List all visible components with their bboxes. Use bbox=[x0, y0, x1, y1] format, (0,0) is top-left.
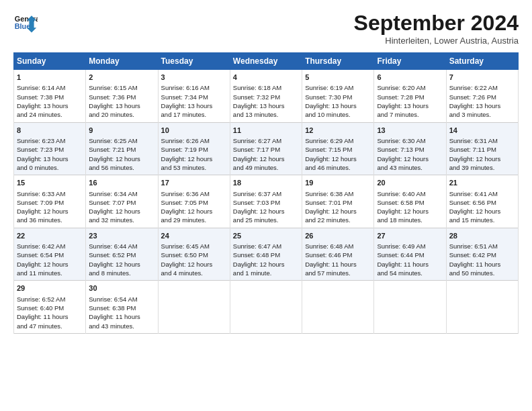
table-row: 21Sunrise: 6:41 AMSunset: 6:56 PMDayligh… bbox=[446, 175, 518, 228]
logo: General Blue bbox=[13, 11, 38, 35]
day-info: Sunset: 7:21 PM bbox=[89, 145, 154, 154]
col-thursday: Thursday bbox=[302, 53, 374, 70]
day-info: Sunrise: 6:23 AM bbox=[17, 136, 83, 145]
day-info: Sunrise: 6:16 AM bbox=[161, 83, 227, 92]
day-info: Sunrise: 6:19 AM bbox=[305, 83, 371, 92]
day-info: Daylight: 11 hours bbox=[17, 312, 83, 321]
day-info: Sunset: 7:19 PM bbox=[161, 145, 227, 154]
day-number: 14 bbox=[449, 126, 515, 136]
day-info: and 18 minutes. bbox=[377, 216, 443, 224]
day-info: Sunrise: 6:33 AM bbox=[17, 189, 83, 198]
day-info: Daylight: 13 hours bbox=[377, 101, 443, 110]
day-info: Sunrise: 6:27 AM bbox=[233, 136, 299, 145]
day-info: Sunrise: 6:36 AM bbox=[161, 189, 227, 198]
table-row: 28Sunrise: 6:51 AMSunset: 6:42 PMDayligh… bbox=[446, 228, 518, 281]
day-info: and 47 minutes. bbox=[17, 322, 83, 330]
col-friday: Friday bbox=[374, 53, 446, 70]
day-info: Sunset: 7:01 PM bbox=[305, 198, 371, 207]
day-info: Daylight: 12 hours bbox=[89, 154, 154, 163]
day-info: and 50 minutes. bbox=[449, 269, 515, 277]
table-row: 20Sunrise: 6:40 AMSunset: 6:58 PMDayligh… bbox=[374, 175, 446, 228]
table-row: 25Sunrise: 6:47 AMSunset: 6:48 PMDayligh… bbox=[230, 228, 302, 281]
day-number: 5 bbox=[305, 73, 371, 83]
table-row bbox=[302, 281, 374, 334]
day-info: and 7 minutes. bbox=[377, 110, 443, 119]
day-number: 29 bbox=[17, 283, 83, 293]
day-info: Sunset: 7:38 PM bbox=[17, 93, 83, 101]
col-sunday: Sunday bbox=[14, 53, 86, 70]
day-info: Sunset: 7:28 PM bbox=[377, 93, 443, 101]
day-info: and 56 minutes. bbox=[89, 163, 154, 172]
day-info: and 53 minutes. bbox=[161, 163, 227, 172]
day-number: 7 bbox=[449, 73, 515, 83]
col-monday: Monday bbox=[86, 53, 158, 70]
logo-icon: General Blue bbox=[13, 11, 38, 35]
day-info: and 24 minutes. bbox=[17, 110, 83, 119]
day-info: and 1 minute. bbox=[233, 269, 299, 277]
day-info: Sunrise: 6:20 AM bbox=[377, 83, 443, 92]
table-row: 15Sunrise: 6:33 AMSunset: 7:09 PMDayligh… bbox=[14, 175, 86, 228]
day-number: 22 bbox=[17, 231, 83, 241]
day-info: Daylight: 12 hours bbox=[305, 207, 371, 216]
table-row: 12Sunrise: 6:29 AMSunset: 7:15 PMDayligh… bbox=[302, 122, 374, 175]
day-info: and 8 minutes. bbox=[89, 269, 154, 277]
day-info: Sunset: 6:48 PM bbox=[233, 250, 299, 259]
day-number: 11 bbox=[233, 126, 299, 136]
day-info: Sunset: 6:38 PM bbox=[89, 304, 154, 312]
table-row: 6Sunrise: 6:20 AMSunset: 7:28 PMDaylight… bbox=[374, 70, 446, 123]
day-info: Sunset: 7:05 PM bbox=[161, 198, 227, 207]
day-info: Sunset: 6:50 PM bbox=[161, 250, 227, 259]
day-info: and 36 minutes. bbox=[17, 216, 83, 224]
day-info: Daylight: 12 hours bbox=[17, 207, 83, 216]
table-row: 22Sunrise: 6:42 AMSunset: 6:54 PMDayligh… bbox=[14, 228, 86, 281]
day-info: Daylight: 12 hours bbox=[233, 154, 299, 163]
table-row: 16Sunrise: 6:34 AMSunset: 7:07 PMDayligh… bbox=[86, 175, 158, 228]
col-tuesday: Tuesday bbox=[158, 53, 230, 70]
day-info: Sunset: 7:23 PM bbox=[17, 145, 83, 154]
day-info: Daylight: 13 hours bbox=[161, 101, 227, 110]
table-row bbox=[230, 281, 302, 334]
day-info: and 13 minutes. bbox=[233, 110, 299, 119]
day-number: 21 bbox=[449, 178, 515, 188]
day-info: Sunset: 6:52 PM bbox=[89, 250, 154, 259]
day-info: and 43 minutes. bbox=[89, 322, 154, 330]
table-row: 11Sunrise: 6:27 AMSunset: 7:17 PMDayligh… bbox=[230, 122, 302, 175]
day-info: Sunrise: 6:22 AM bbox=[449, 83, 515, 92]
day-info: Daylight: 11 hours bbox=[377, 260, 443, 269]
day-number: 26 bbox=[305, 231, 371, 241]
calendar-week-row: 29Sunrise: 6:52 AMSunset: 6:40 PMDayligh… bbox=[14, 281, 519, 334]
day-info: Daylight: 12 hours bbox=[233, 260, 299, 269]
calendar-week-row: 15Sunrise: 6:33 AMSunset: 7:09 PMDayligh… bbox=[14, 175, 519, 228]
day-number: 13 bbox=[377, 126, 443, 136]
day-info: and 4 minutes. bbox=[161, 269, 227, 277]
day-info: Sunset: 6:58 PM bbox=[377, 198, 443, 207]
day-number: 6 bbox=[377, 73, 443, 83]
day-info: and 10 minutes. bbox=[305, 110, 371, 119]
day-info: and 15 minutes. bbox=[449, 216, 515, 224]
table-row: 9Sunrise: 6:25 AMSunset: 7:21 PMDaylight… bbox=[86, 122, 158, 175]
header: General Blue September 2024 Hinterleiten… bbox=[13, 11, 519, 46]
day-info: and 29 minutes. bbox=[161, 216, 227, 224]
day-info: Sunset: 7:09 PM bbox=[17, 198, 83, 207]
day-info: Sunset: 7:30 PM bbox=[305, 93, 371, 101]
day-info: and 46 minutes. bbox=[305, 163, 371, 172]
day-info: Daylight: 12 hours bbox=[161, 207, 227, 216]
day-info: Daylight: 12 hours bbox=[377, 207, 443, 216]
day-info: Sunset: 7:03 PM bbox=[233, 198, 299, 207]
day-info: and 22 minutes. bbox=[305, 216, 371, 224]
day-number: 12 bbox=[305, 126, 371, 136]
day-number: 25 bbox=[233, 231, 299, 241]
day-info: and 25 minutes. bbox=[233, 216, 299, 224]
calendar-header-row: Sunday Monday Tuesday Wednesday Thursday… bbox=[14, 53, 519, 70]
day-info: Sunrise: 6:40 AM bbox=[377, 189, 443, 198]
day-info: and 3 minutes. bbox=[449, 110, 515, 119]
day-number: 9 bbox=[89, 126, 154, 136]
table-row: 19Sunrise: 6:38 AMSunset: 7:01 PMDayligh… bbox=[302, 175, 374, 228]
day-info: and 49 minutes. bbox=[233, 163, 299, 172]
day-info: Sunset: 7:15 PM bbox=[305, 145, 371, 154]
day-info: Sunrise: 6:34 AM bbox=[89, 189, 154, 198]
day-info: Daylight: 12 hours bbox=[161, 260, 227, 269]
day-info: and 54 minutes. bbox=[377, 269, 443, 277]
day-number: 16 bbox=[89, 178, 154, 188]
calendar-week-row: 22Sunrise: 6:42 AMSunset: 6:54 PMDayligh… bbox=[14, 228, 519, 281]
